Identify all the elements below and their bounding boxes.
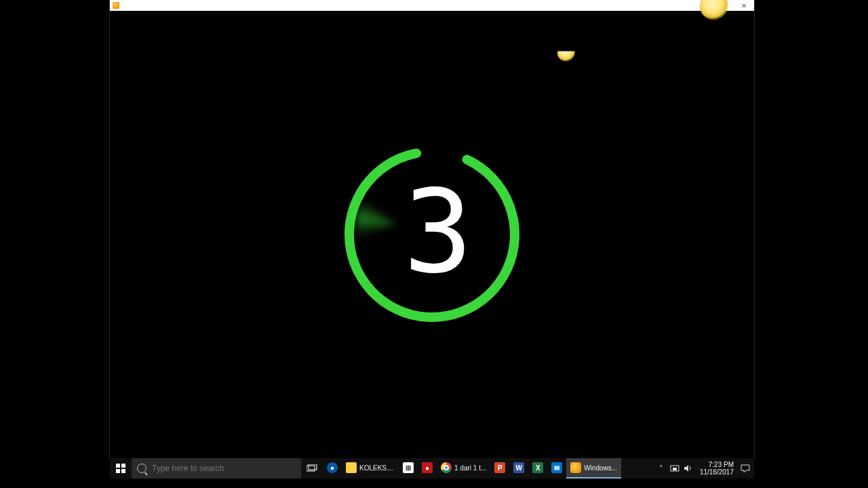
- media-player-window: — ☐ ✕ 3: [110, 0, 754, 458]
- svg-rect-2: [121, 464, 125, 468]
- taskbar-item-label: Windows...: [584, 464, 617, 472]
- svg-rect-5: [307, 466, 315, 471]
- task-view-button[interactable]: [301, 458, 323, 479]
- windows-icon: [116, 464, 125, 473]
- wmp-icon: [570, 462, 581, 473]
- tray-chevron-up-icon[interactable]: ˄: [656, 464, 666, 473]
- red-icon: ●: [422, 462, 433, 473]
- search-input[interactable]: [152, 464, 296, 473]
- wmp-icon: [113, 2, 119, 9]
- taskbar-item-folder[interactable]: KOLEKSI ...: [342, 458, 399, 479]
- taskbar-item-wd[interactable]: W: [509, 458, 528, 479]
- taskbar-item-wmp[interactable]: Windows...: [566, 458, 621, 479]
- taskbar-item-mail[interactable]: ✉: [547, 458, 566, 479]
- svg-rect-4: [121, 469, 125, 473]
- clock-time: 7:23 PM: [700, 461, 734, 469]
- cortana-icon: [137, 464, 146, 473]
- svg-rect-1: [116, 464, 120, 468]
- taskbar-apps: KOLEKSI ...⊞●1 dari 1 t...PWX✉Windows...: [323, 458, 621, 479]
- store-icon: ⊞: [403, 462, 414, 473]
- countdown-graphic: 3: [340, 143, 524, 326]
- volume-icon[interactable]: [684, 464, 693, 473]
- minimize-button[interactable]: —: [693, 0, 713, 11]
- window-titlebar: — ☐ ✕: [110, 0, 754, 11]
- taskbar-item-chrome[interactable]: 1 dari 1 t...: [437, 458, 490, 479]
- pp-icon: P: [494, 462, 505, 473]
- system-tray: ˄ 7:23 PM 11/16/2017: [652, 458, 754, 479]
- search-box[interactable]: [132, 458, 301, 479]
- taskbar-item-store[interactable]: ⊞: [399, 458, 418, 479]
- svg-marker-9: [684, 465, 688, 472]
- taskbar-item-red[interactable]: ●: [418, 458, 437, 479]
- svg-rect-8: [673, 468, 677, 470]
- edge-icon: [327, 462, 338, 473]
- mail-icon: ✉: [551, 462, 562, 473]
- taskbar-item-label: 1 dari 1 t...: [454, 464, 486, 472]
- task-view-icon: [307, 464, 317, 472]
- svg-rect-6: [309, 464, 317, 470]
- taskbar: KOLEKSI ...⊞●1 dari 1 t...PWX✉Windows...…: [110, 458, 754, 479]
- taskbar-item-label: KOLEKSI ...: [359, 464, 395, 472]
- action-center-icon[interactable]: [741, 464, 750, 473]
- wd-icon: W: [513, 462, 524, 473]
- video-area[interactable]: 3: [110, 11, 754, 458]
- start-button[interactable]: [110, 458, 132, 479]
- folder-icon: [346, 462, 357, 473]
- taskbar-clock[interactable]: 7:23 PM 11/16/2017: [697, 461, 736, 476]
- svg-rect-3: [116, 469, 120, 473]
- xl-icon: X: [532, 462, 543, 473]
- clock-date: 11/16/2017: [700, 468, 734, 476]
- taskbar-item-pp[interactable]: P: [490, 458, 509, 479]
- chrome-icon: [441, 462, 452, 473]
- network-icon[interactable]: [670, 464, 679, 473]
- close-button[interactable]: ✕: [734, 0, 754, 11]
- maximize-button[interactable]: ☐: [713, 0, 734, 11]
- countdown-digit: 3: [403, 174, 469, 289]
- taskbar-item-edge[interactable]: [323, 458, 342, 479]
- taskbar-item-xl[interactable]: X: [528, 458, 547, 479]
